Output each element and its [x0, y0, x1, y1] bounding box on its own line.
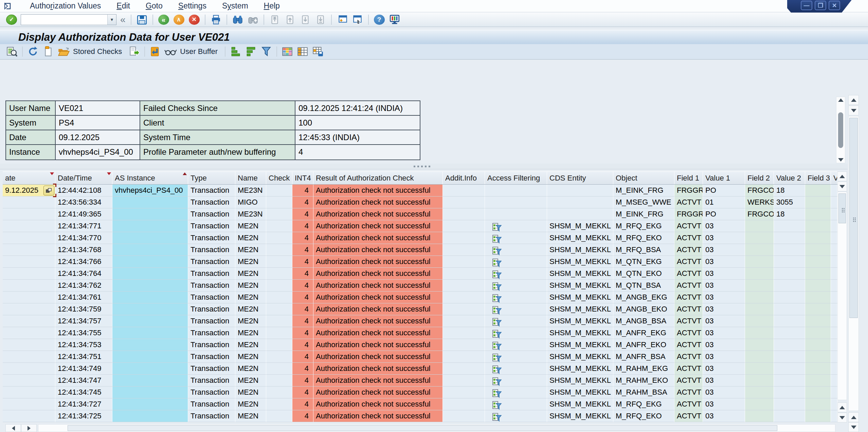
- grid-cell-check[interactable]: [266, 220, 292, 232]
- grid-cell-name[interactable]: ME2N: [235, 375, 266, 387]
- grid-cell-check[interactable]: [266, 280, 292, 292]
- grid-cell-name[interactable]: ME2N: [235, 220, 266, 232]
- grid-cell-value3[interactable]: [831, 363, 837, 375]
- scroll-down-button[interactable]: [848, 422, 859, 432]
- grid-column-field2[interactable]: Field 2: [745, 172, 774, 184]
- grid-cell-field3[interactable]: [805, 387, 831, 398]
- grid-cell-value1[interactable]: 01: [703, 196, 745, 208]
- grid-cell-field1[interactable]: ACTVT: [674, 196, 703, 208]
- grid-cell-result[interactable]: Authorization check not successful: [313, 220, 443, 232]
- grid-cell-value3[interactable]: [831, 339, 837, 351]
- grid-column-addit_info[interactable]: Addit.Info: [443, 172, 485, 184]
- grid-cell-as_instance[interactable]: [112, 244, 188, 256]
- menu-item-settings[interactable]: Settings: [178, 1, 206, 11]
- grid-cell-value1[interactable]: PO: [703, 185, 745, 196]
- user-buffer-button[interactable]: [164, 45, 177, 58]
- grid-cell-type[interactable]: Transaction: [188, 208, 235, 220]
- grid-cell-type[interactable]: Transaction: [188, 351, 235, 363]
- stored-checks-label[interactable]: Stored Checks: [73, 47, 122, 56]
- grid-cell-value3[interactable]: [831, 410, 837, 422]
- grid-cell-result[interactable]: Authorization check not successful: [313, 351, 443, 363]
- grid-cell-field1[interactable]: ACTVT: [674, 339, 703, 351]
- scrollbar-thumb[interactable]: [849, 118, 858, 318]
- grid-cell-object[interactable]: M_ANFR_BSA: [613, 351, 674, 363]
- grid-cell-time[interactable]: 12:41:34:770: [55, 232, 112, 244]
- grid-cell-value2[interactable]: [774, 315, 805, 327]
- grid-cell-value2[interactable]: [774, 244, 805, 256]
- grid-cell-type[interactable]: Transaction: [188, 339, 235, 351]
- copy-button[interactable]: [42, 45, 55, 58]
- alv-vertical-scrollbar[interactable]: [837, 171, 847, 422]
- grid-cell-field3[interactable]: [805, 280, 831, 292]
- grid-cell-int4[interactable]: 4: [292, 280, 313, 292]
- save-layout-button[interactable]: [311, 45, 324, 58]
- grid-cell-name[interactable]: ME2N: [235, 327, 266, 339]
- grid-cell-type[interactable]: Transaction: [188, 387, 235, 398]
- grid-cell-field1[interactable]: ACTVT: [674, 268, 703, 280]
- grid-cell-type[interactable]: Transaction: [188, 315, 235, 327]
- menu-item-edit[interactable]: Edit: [116, 1, 130, 11]
- grid-cell-field2[interactable]: [745, 339, 774, 351]
- grid-cell-field2[interactable]: [745, 303, 774, 315]
- grid-cell-object[interactable]: M_ANGB_BSA: [613, 315, 674, 327]
- grid-cell-field3[interactable]: [805, 375, 831, 387]
- grid-cell-value2[interactable]: 18: [774, 185, 805, 196]
- grid-cell-name[interactable]: ME23N: [235, 185, 266, 196]
- grid-cell-object[interactable]: M_RAHM_EKO: [613, 375, 674, 387]
- grid-cell-object[interactable]: M_QTN_EKO: [613, 268, 674, 280]
- grid-cell-date[interactable]: [3, 398, 55, 410]
- grid-cell-name[interactable]: ME2N: [235, 292, 266, 303]
- grid-cell-as_instance[interactable]: [112, 268, 188, 280]
- grid-cell-cds_entity[interactable]: SHSM_M_MEKKL: [547, 398, 613, 410]
- grid-cell-result[interactable]: Authorization check not successful: [313, 387, 443, 398]
- scroll-down-button[interactable]: [837, 413, 847, 422]
- new-session-button[interactable]: [336, 14, 348, 25]
- grid-cell-value2[interactable]: 18: [774, 208, 805, 220]
- grid-cell-field2[interactable]: [745, 398, 774, 410]
- grid-cell-int4[interactable]: 4: [292, 232, 313, 244]
- grid-cell-as_instance[interactable]: [112, 398, 188, 410]
- grid-cell-as_instance[interactable]: vhvheps4ci_PS4_00: [112, 185, 188, 196]
- grid-cell-check[interactable]: [266, 351, 292, 363]
- grid-cell-field3[interactable]: [805, 268, 831, 280]
- grid-cell-date[interactable]: [3, 387, 55, 398]
- user-buffer-label[interactable]: User Buffer: [180, 47, 218, 56]
- grid-cell-value2[interactable]: [774, 351, 805, 363]
- grid-cell-value3[interactable]: [831, 351, 837, 363]
- grid-column-access_filtering[interactable]: Access Filtering: [485, 172, 547, 184]
- grid-cell-addit_info[interactable]: [443, 339, 485, 351]
- grid-cell-type[interactable]: Transaction: [188, 292, 235, 303]
- grid-cell-value1[interactable]: 03: [703, 375, 745, 387]
- grid-cell-field3[interactable]: [805, 303, 831, 315]
- grid-cell-check[interactable]: [266, 339, 292, 351]
- grid-cell-cds_entity[interactable]: [547, 196, 613, 208]
- grid-cell-cds_entity[interactable]: SHSM_M_MEKKL: [547, 363, 613, 375]
- grid-cell-type[interactable]: Transaction: [188, 375, 235, 387]
- grid-cell-name[interactable]: ME2N: [235, 410, 266, 422]
- grid-cell-time[interactable]: 12:41:34:759: [55, 303, 112, 315]
- scroll-up-icon[interactable]: [838, 98, 844, 102]
- grid-cell-cds_entity[interactable]: SHSM_M_MEKKL: [547, 315, 613, 327]
- grid-cell-access_filtering[interactable]: [485, 398, 547, 410]
- grid-cell-addit_info[interactable]: [443, 410, 485, 422]
- close-button[interactable]: ✕: [829, 1, 840, 10]
- grid-cell-field2[interactable]: [745, 268, 774, 280]
- grid-cell-addit_info[interactable]: [443, 351, 485, 363]
- grid-cell-field3[interactable]: [805, 315, 831, 327]
- grid-cell-value1[interactable]: 03: [703, 351, 745, 363]
- grid-cell-result[interactable]: Authorization check not successful: [313, 398, 443, 410]
- grid-cell-field3[interactable]: [805, 220, 831, 232]
- grid-cell-type[interactable]: Transaction: [188, 280, 235, 292]
- grid-cell-as_instance[interactable]: [112, 363, 188, 375]
- grid-cell-int4[interactable]: 4: [292, 387, 313, 398]
- back-button[interactable]: «: [158, 14, 170, 25]
- collapse-icon[interactable]: «: [120, 15, 126, 24]
- screen-vertical-scrollbar[interactable]: [848, 95, 859, 432]
- find-next-button[interactable]: [247, 14, 259, 25]
- grid-cell-result[interactable]: Authorization check not successful: [313, 196, 443, 208]
- grid-cell-value2[interactable]: [774, 220, 805, 232]
- grid-cell-access_filtering[interactable]: [485, 256, 547, 268]
- grid-cell-int4[interactable]: 4: [292, 363, 313, 375]
- grid-cell-check[interactable]: [266, 232, 292, 244]
- scroll-left-button[interactable]: [5, 424, 21, 432]
